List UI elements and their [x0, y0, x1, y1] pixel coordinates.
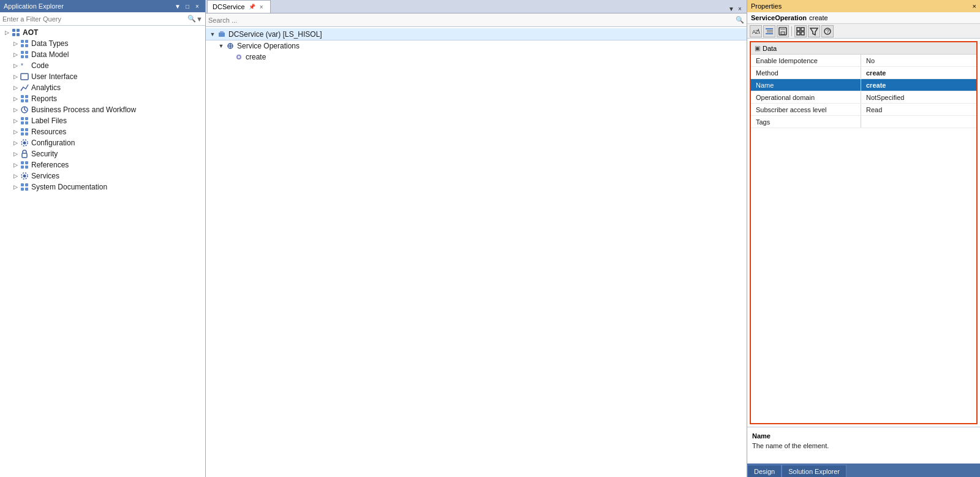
- app-explorer-title: Application Explorer: [4, 2, 64, 10]
- datatypes-expand-icon: ▷: [11, 39, 20, 48]
- dcservice-pin-btn[interactable]: ▼: [727, 4, 736, 13]
- properties-header: Properties ×: [747, 0, 980, 12]
- dcservice-root-label: DCService (var) [LS_HISOL]: [228, 30, 322, 39]
- props-name-5: Tags: [751, 116, 861, 128]
- filter-search-btn[interactable]: 🔍: [187, 15, 196, 23]
- app-explorer-controls: ▼ □ ×: [173, 2, 202, 10]
- tree-item-sysdoc[interactable]: ▷ System Documentation: [0, 181, 205, 193]
- svg-rect-43: [220, 31, 224, 33]
- aot-label: AOT: [23, 28, 38, 37]
- svg-rect-61: [801, 28, 804, 31]
- props-section-data[interactable]: ▣ Data: [751, 42, 976, 55]
- dcservice-tab[interactable]: DCService 📌 ×: [207, 0, 271, 13]
- labelfiles-label: Label Files: [31, 116, 67, 125]
- svg-rect-27: [21, 132, 24, 135]
- filter-query-input[interactable]: [2, 15, 187, 23]
- props-desc-title: Name: [752, 432, 975, 440]
- tree-item-reports[interactable]: ▷ Reports: [0, 93, 205, 104]
- dcservice-panel: DCService 📌 × ▼ × 🔍 ▼: [206, 0, 747, 477]
- svg-rect-56: [766, 33, 773, 34]
- configuration-label: Configuration: [31, 139, 75, 147]
- props-row-5[interactable]: Tags: [751, 116, 976, 128]
- service-operation-type: ServiceOperation: [751, 14, 807, 21]
- tree-item-bpw[interactable]: ▷ Business Process and Workflow: [0, 104, 205, 115]
- tree-item-userinterface[interactable]: ▷ User Interface: [0, 71, 205, 82]
- props-row-4[interactable]: Subscriber access level Read: [751, 104, 976, 116]
- dcservice-tab-close[interactable]: ×: [258, 3, 265, 10]
- references-label: References: [31, 161, 69, 169]
- svg-rect-13: [21, 74, 28, 80]
- props-save-btn[interactable]: [777, 25, 789, 37]
- dcservice-search-input[interactable]: [208, 17, 736, 24]
- reports-expand-icon: ▷: [11, 94, 20, 103]
- create-node[interactable]: create: [206, 52, 747, 63]
- analytics-icon: [20, 83, 29, 93]
- svg-rect-15: [25, 95, 28, 98]
- sysdoc-label: System Documentation: [31, 183, 107, 191]
- bottom-tab-design[interactable]: Design: [747, 465, 782, 477]
- dcservice-root-node[interactable]: ▼ DCService (var) [LS_HISOL]: [206, 28, 747, 40]
- svg-line-20: [24, 110, 26, 111]
- tree-item-datamodel[interactable]: ▷ Data Model: [0, 49, 205, 60]
- tree-item-code[interactable]: ▷ * Code: [0, 60, 205, 71]
- datatypes-icon: [20, 39, 29, 48]
- props-name-1: Method: [751, 67, 861, 78]
- svg-rect-28: [25, 132, 28, 135]
- props-row-1[interactable]: Method create: [751, 67, 976, 79]
- svg-rect-35: [25, 166, 28, 169]
- app-explorer-restore-btn[interactable]: □: [183, 2, 192, 10]
- tree-item-aot[interactable]: ▷ AOT: [0, 27, 205, 38]
- app-explorer-close-btn[interactable]: ×: [193, 2, 202, 10]
- tree-item-analytics[interactable]: ▷ Analytics: [0, 82, 205, 93]
- dcservice-tab-controls: ▼ ×: [725, 4, 747, 13]
- tree-item-labelfiles[interactable]: ▷ Label Files: [0, 115, 205, 126]
- datamodel-icon: [20, 50, 29, 59]
- svg-rect-26: [25, 128, 28, 131]
- svg-rect-39: [25, 183, 28, 186]
- svg-rect-10: [21, 55, 24, 58]
- tree-item-configuration[interactable]: ▷ Configuration: [0, 137, 205, 148]
- properties-bottom-tabs: Design Solution Explorer: [747, 464, 980, 477]
- svg-rect-5: [25, 40, 28, 43]
- props-categorized-btn[interactable]: [763, 25, 775, 37]
- props-filter-btn[interactable]: [808, 25, 820, 37]
- svg-rect-41: [25, 188, 28, 191]
- tree-item-datatypes[interactable]: ▷ Data Types: [0, 38, 205, 49]
- dcservice-close-btn[interactable]: ×: [736, 4, 744, 13]
- dcservice-tree: ▼ DCService (var) [LS_HISOL] ▼ Service O…: [206, 27, 747, 477]
- props-name-4: Subscriber access level: [751, 104, 861, 115]
- props-row-3[interactable]: Operational domain NotSpecified: [751, 91, 976, 104]
- svg-rect-59: [781, 32, 785, 34]
- ui-expand-icon: ▷: [11, 72, 20, 81]
- tree-item-services[interactable]: ▷ Services: [0, 170, 205, 181]
- dcservice-tab-pin: 📌: [249, 4, 255, 10]
- properties-highlight-border: ▣ Data Enable Idempotence No Method crea…: [750, 41, 978, 424]
- props-section-label: Data: [763, 45, 777, 52]
- properties-close-btn[interactable]: ×: [973, 2, 976, 10]
- bpw-label: Business Process and Workflow: [31, 105, 136, 114]
- service-ops-expand: ▼: [217, 42, 225, 50]
- bottom-tab-solution-explorer[interactable]: Solution Explorer: [782, 465, 846, 477]
- props-help-btn[interactable]: ?: [821, 25, 834, 37]
- userinterface-label: User Interface: [31, 72, 77, 81]
- props-value-3: NotSpecified: [861, 94, 909, 101]
- props-row-2[interactable]: Name create: [751, 79, 976, 91]
- props-expand-btn[interactable]: [794, 25, 807, 37]
- tree-item-references[interactable]: ▷ References: [0, 159, 205, 170]
- props-row-0[interactable]: Enable Idempotence No: [751, 55, 976, 67]
- props-desc-text: The name of the element.: [752, 442, 975, 449]
- tree-item-security[interactable]: ▷ Security: [0, 148, 205, 159]
- filter-clear-btn[interactable]: ▼: [196, 15, 203, 23]
- svg-marker-64: [810, 28, 818, 35]
- svg-rect-38: [21, 183, 24, 186]
- dcservice-search-btn[interactable]: 🔍: [736, 16, 744, 24]
- svg-rect-60: [797, 28, 800, 31]
- svg-rect-7: [25, 44, 28, 47]
- svg-rect-25: [21, 128, 24, 131]
- service-operations-node[interactable]: ▼ Service Operations: [206, 40, 747, 52]
- tree-item-resources[interactable]: ▷ Resources: [0, 126, 205, 137]
- app-explorer-pin-btn[interactable]: ▼: [173, 2, 182, 10]
- properties-title: Properties: [751, 2, 782, 10]
- security-expand-icon: ▷: [11, 150, 20, 158]
- props-sort-alpha-btn[interactable]: AZ: [750, 25, 762, 37]
